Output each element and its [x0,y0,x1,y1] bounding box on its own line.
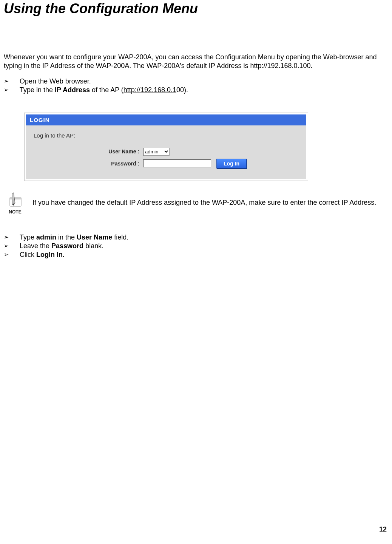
text-link: http://192.168.0.1 [123,86,176,94]
text-bold: admin [36,233,56,241]
bullet-text: Click Login In. [20,251,65,259]
bullet-arrow-icon: ➢ [4,251,20,258]
login-panel: LOGIN Log in to the AP: User Name : admi… [25,113,308,181]
password-label: Password : [34,161,143,167]
login-body: Log in to the AP: User Name : admin Pass… [26,125,306,179]
svg-rect-1 [10,197,21,199]
note-label: NOTE [9,209,21,215]
bullet-arrow-icon: ➢ [4,242,20,249]
bullet-text: Open the Web browser. [20,77,91,85]
text-bold: Password [51,242,83,250]
text-fragment: blank. [83,242,103,250]
text-fragment: Click [20,251,36,258]
text-bold: User Name [77,233,112,241]
text-fragment: Type [20,233,36,241]
text-bold: IP Address [55,86,90,94]
login-subtitle: Log in to the AP: [34,132,299,139]
text-fragment: Type in the [20,86,55,94]
username-label: User Name : [34,148,143,155]
page-number: 12 [379,525,387,533]
text-bold: Login In. [36,251,65,258]
bullet-text: Leave the Password blank. [20,242,103,250]
text-fragment: in the [56,233,77,241]
bullet-text: Type admin in the User Name field. [20,233,128,241]
bottom-bullet-list: ➢ Type admin in the User Name field. ➢ L… [4,233,388,259]
bullet-arrow-icon: ➢ [4,86,20,93]
text-fragment: field. [112,233,128,241]
bullet-text: Type in the IP Address of the AP (http:/… [20,86,188,94]
intro-paragraph: Whenever you want to configure your WAP-… [4,53,388,71]
note-block: NOTE If you have changed the default IP … [4,190,388,215]
note-text: If you have changed the default IP Addre… [32,198,388,207]
page-title: Using the Configuration Menu [4,1,388,17]
bullet-arrow-icon: ➢ [4,233,20,241]
text-fragment: Leave the [20,242,51,250]
top-bullet-list: ➢ Open the Web browser. ➢ Type in the IP… [4,77,388,94]
username-select[interactable]: admin [143,148,170,156]
login-header: LOGIN [26,114,306,125]
login-button[interactable]: Log In [216,159,247,168]
password-input[interactable] [143,159,211,167]
note-icon: NOTE [4,190,26,215]
bullet-arrow-icon: ➢ [4,77,20,85]
text-fragment: of the AP ( [90,86,123,94]
text-fragment: 00). [176,86,188,94]
